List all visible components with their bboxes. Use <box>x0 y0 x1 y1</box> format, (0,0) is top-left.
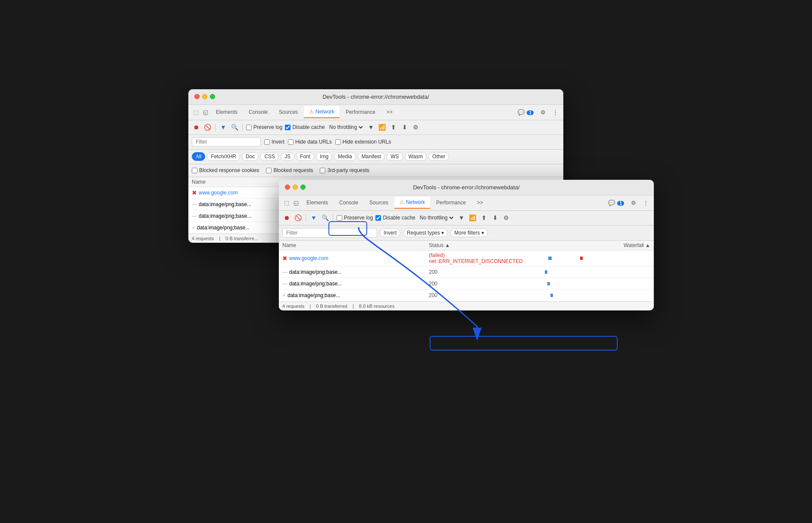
table-row-2-3[interactable]: — data:image/png;base... 200 <box>279 278 654 290</box>
blocked-bar-1: Blocked response cookies Blocked request… <box>188 164 563 177</box>
hide-data-urls-cb-1[interactable] <box>288 139 294 145</box>
throttle-select-1[interactable]: No throttling <box>328 124 364 131</box>
type-btn-font-1[interactable]: Font <box>296 152 314 161</box>
tab-network-2[interactable]: ⚠Network <box>394 197 430 209</box>
network-settings-1[interactable]: ⚙ <box>412 123 420 132</box>
type-btn-js-1[interactable]: JS <box>281 152 294 161</box>
more-filters-btn-2[interactable]: More filters ▾ <box>450 229 488 237</box>
separator-1: | <box>219 236 220 241</box>
tab-elements-2[interactable]: Elements <box>301 197 333 208</box>
row-label-1-3: data:image/png;base... <box>199 213 251 219</box>
settings-icon-1[interactable]: ⚙ <box>539 108 547 116</box>
cursor-icon-2[interactable]: ⬚ <box>282 199 291 207</box>
third-party-cb-1[interactable] <box>320 168 325 173</box>
invert-cb-1[interactable] <box>264 139 270 145</box>
search-btn-1[interactable]: 🔍 <box>230 123 239 132</box>
clear-btn-1[interactable]: 🚫 <box>203 123 212 132</box>
throttle-select-2[interactable]: No throttling <box>418 214 455 221</box>
preserve-log-cb-1[interactable] <box>246 125 252 130</box>
table-row-2-1[interactable]: ✖ www.google.com (failed) net::ERR_INTER… <box>279 251 654 266</box>
message-icon-1[interactable]: 💬 1 <box>516 108 535 116</box>
row-link-1-1[interactable]: www.google.com <box>199 190 238 196</box>
blocked-req-cb-1[interactable] <box>266 168 272 173</box>
more-icon-2[interactable]: ⋮ <box>641 199 650 207</box>
filter-input-2[interactable] <box>282 228 377 238</box>
upload-icon-1[interactable]: ⬆ <box>389 123 398 132</box>
close-button-2[interactable] <box>285 185 290 190</box>
resources-size-2: 8.0 kB resources <box>359 304 395 309</box>
maximize-button-1[interactable] <box>210 94 215 99</box>
type-btn-css-1[interactable]: CSS <box>260 152 279 161</box>
download-icon-1[interactable]: ⬇ <box>400 123 409 132</box>
throttle-down-1[interactable]: ▼ <box>367 123 375 132</box>
table-row-2-4[interactable]: ✓ data:image/png;base... 200 <box>279 290 654 301</box>
inspect-icon[interactable]: ◱ <box>201 108 210 116</box>
warning-icon-2: ⚠ <box>400 199 404 205</box>
blocked-resp-cb-1[interactable] <box>192 168 197 173</box>
tab-console-2[interactable]: Console <box>334 197 363 208</box>
type-btn-fetch-1[interactable]: Fetch/XHR <box>207 152 240 161</box>
type-btn-other-1[interactable]: Other <box>428 152 449 161</box>
inspect-icon-2[interactable]: ◱ <box>292 199 300 207</box>
settings-icon-2[interactable]: ⚙ <box>629 199 638 207</box>
clear-btn-2[interactable]: 🚫 <box>294 213 302 222</box>
preserve-log-cb-2[interactable] <box>337 215 342 221</box>
tab-elements-1[interactable]: Elements <box>211 106 243 118</box>
tab-performance-1[interactable]: Performance <box>340 106 381 118</box>
row-label-1-2: data:image/png;base... <box>199 201 251 207</box>
type-btn-doc-1[interactable]: Doc <box>242 152 259 161</box>
type-btn-img-1[interactable]: Img <box>316 152 332 161</box>
type-btn-wasm-1[interactable]: Wasm <box>405 152 427 161</box>
network-table-2: Name Status ▲ Waterfall ▲ ✖ www.google.c… <box>279 241 654 301</box>
more-icon-1[interactable]: ⋮ <box>551 108 560 116</box>
tab-more-2[interactable]: >> <box>472 197 488 208</box>
upload-icon-2[interactable]: ⬆ <box>480 213 488 222</box>
type-btn-all-1[interactable]: All <box>192 152 205 161</box>
col-name-header-2: Name <box>282 242 429 248</box>
disable-cache-cb-1[interactable] <box>285 125 290 130</box>
record-btn-1[interactable]: ⏺ <box>192 123 200 132</box>
search-btn-2[interactable]: 🔍 <box>321 213 329 222</box>
filter-btn-1[interactable]: ▼ <box>219 123 228 132</box>
network-settings-2[interactable]: ⚙ <box>502 213 511 222</box>
col-status-header-2: Status ▲ <box>429 242 515 248</box>
tab-more-1[interactable]: >> <box>381 106 398 118</box>
type-btn-ws-1[interactable]: WS <box>387 152 403 161</box>
tab-sources-1[interactable]: Sources <box>274 106 303 118</box>
row-link-2-1[interactable]: www.google.com <box>289 255 328 261</box>
throttle-down-2[interactable]: ▼ <box>457 213 466 222</box>
type-btn-manifest-1[interactable]: Manifest <box>358 152 385 161</box>
maximize-button-2[interactable] <box>300 185 306 190</box>
tab-performance-2[interactable]: Performance <box>431 197 471 208</box>
request-count-1: 4 requests <box>192 236 214 241</box>
download-icon-2[interactable]: ⬇ <box>491 213 500 222</box>
row-dash-2-3: — <box>282 281 287 287</box>
row-waterfall-2-1 <box>523 254 650 262</box>
record-btn-2[interactable]: ⏺ <box>282 213 291 222</box>
close-button-1[interactable] <box>194 94 200 99</box>
request-types-btn-2[interactable]: Request types ▾ <box>403 229 448 237</box>
tab-sources-2[interactable]: Sources <box>364 197 394 208</box>
highlight-box-2 <box>430 336 618 351</box>
filter-input-1[interactable] <box>192 137 261 147</box>
row-status-2-4: 200 <box>429 292 515 298</box>
filter-btn-2[interactable]: ▼ <box>309 213 318 222</box>
invert-btn-2[interactable]: Invert <box>380 229 400 237</box>
table-row-2-2[interactable]: — data:image/png;base... 200 <box>279 266 654 278</box>
minimize-button-2[interactable] <box>293 185 298 190</box>
request-count-2: 4 requests <box>282 304 304 309</box>
hide-ext-urls-cb-1[interactable] <box>335 139 341 145</box>
row-label-1-4: data:image/png;base... <box>197 225 250 231</box>
disable-cache-cb-2[interactable] <box>375 215 381 221</box>
tab-console-1[interactable]: Console <box>244 106 273 118</box>
error-icon-2-1: ✖ <box>282 255 287 262</box>
minimize-button-1[interactable] <box>202 94 207 99</box>
tab-network-1[interactable]: ⚠Network <box>304 106 340 118</box>
status-bar-2: 4 requests | 0 B transferred | 8.0 kB re… <box>279 301 654 310</box>
row-name-2-3: — data:image/png;base... <box>282 281 429 287</box>
disable-cache-label-2: Disable cache <box>375 215 415 221</box>
message-icon-2[interactable]: 💬 1 <box>606 199 626 207</box>
type-btn-media-1[interactable]: Media <box>334 152 356 161</box>
cursor-icon[interactable]: ⬚ <box>192 108 200 116</box>
devtools-window-2: DevTools - chrome-error://chromewebdata/… <box>279 180 654 310</box>
